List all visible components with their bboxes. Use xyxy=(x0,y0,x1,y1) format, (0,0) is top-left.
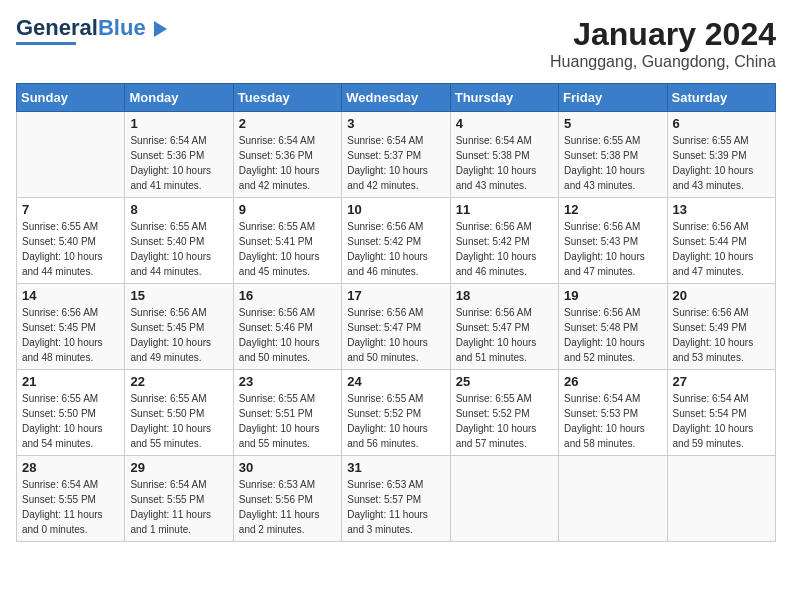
day-cell: 28Sunrise: 6:54 AMSunset: 5:55 PMDayligh… xyxy=(17,456,125,542)
day-number: 18 xyxy=(456,288,553,303)
header-cell-sunday: Sunday xyxy=(17,84,125,112)
day-cell: 15Sunrise: 6:56 AMSunset: 5:45 PMDayligh… xyxy=(125,284,233,370)
day-number: 17 xyxy=(347,288,444,303)
day-cell: 7Sunrise: 6:55 AMSunset: 5:40 PMDaylight… xyxy=(17,198,125,284)
logo-blue: Blue xyxy=(98,15,146,40)
header-cell-wednesday: Wednesday xyxy=(342,84,450,112)
day-number: 7 xyxy=(22,202,119,217)
day-cell: 26Sunrise: 6:54 AMSunset: 5:53 PMDayligh… xyxy=(559,370,667,456)
day-cell: 22Sunrise: 6:55 AMSunset: 5:50 PMDayligh… xyxy=(125,370,233,456)
day-cell: 18Sunrise: 6:56 AMSunset: 5:47 PMDayligh… xyxy=(450,284,558,370)
day-cell: 12Sunrise: 6:56 AMSunset: 5:43 PMDayligh… xyxy=(559,198,667,284)
logo-line xyxy=(16,42,76,45)
day-cell: 25Sunrise: 6:55 AMSunset: 5:52 PMDayligh… xyxy=(450,370,558,456)
day-cell: 29Sunrise: 6:54 AMSunset: 5:55 PMDayligh… xyxy=(125,456,233,542)
day-info: Sunrise: 6:56 AMSunset: 5:43 PMDaylight:… xyxy=(564,219,661,279)
day-cell: 21Sunrise: 6:55 AMSunset: 5:50 PMDayligh… xyxy=(17,370,125,456)
day-cell: 23Sunrise: 6:55 AMSunset: 5:51 PMDayligh… xyxy=(233,370,341,456)
day-cell: 9Sunrise: 6:55 AMSunset: 5:41 PMDaylight… xyxy=(233,198,341,284)
week-row-3: 14Sunrise: 6:56 AMSunset: 5:45 PMDayligh… xyxy=(17,284,776,370)
day-cell: 6Sunrise: 6:55 AMSunset: 5:39 PMDaylight… xyxy=(667,112,775,198)
day-info: Sunrise: 6:55 AMSunset: 5:50 PMDaylight:… xyxy=(22,391,119,451)
page-header: GeneralBlue January 2024 Huanggang, Guan… xyxy=(16,16,776,71)
day-number: 25 xyxy=(456,374,553,389)
day-number: 14 xyxy=(22,288,119,303)
header-cell-friday: Friday xyxy=(559,84,667,112)
day-cell: 20Sunrise: 6:56 AMSunset: 5:49 PMDayligh… xyxy=(667,284,775,370)
day-info: Sunrise: 6:56 AMSunset: 5:48 PMDaylight:… xyxy=(564,305,661,365)
day-cell: 17Sunrise: 6:56 AMSunset: 5:47 PMDayligh… xyxy=(342,284,450,370)
day-info: Sunrise: 6:54 AMSunset: 5:54 PMDaylight:… xyxy=(673,391,770,451)
day-cell: 4Sunrise: 6:54 AMSunset: 5:38 PMDaylight… xyxy=(450,112,558,198)
day-info: Sunrise: 6:54 AMSunset: 5:53 PMDaylight:… xyxy=(564,391,661,451)
day-cell xyxy=(559,456,667,542)
day-info: Sunrise: 6:55 AMSunset: 5:38 PMDaylight:… xyxy=(564,133,661,193)
day-info: Sunrise: 6:56 AMSunset: 5:45 PMDaylight:… xyxy=(22,305,119,365)
day-cell: 11Sunrise: 6:56 AMSunset: 5:42 PMDayligh… xyxy=(450,198,558,284)
day-number: 29 xyxy=(130,460,227,475)
day-cell: 14Sunrise: 6:56 AMSunset: 5:45 PMDayligh… xyxy=(17,284,125,370)
day-info: Sunrise: 6:56 AMSunset: 5:45 PMDaylight:… xyxy=(130,305,227,365)
day-number: 28 xyxy=(22,460,119,475)
day-info: Sunrise: 6:54 AMSunset: 5:38 PMDaylight:… xyxy=(456,133,553,193)
day-cell: 27Sunrise: 6:54 AMSunset: 5:54 PMDayligh… xyxy=(667,370,775,456)
day-number: 20 xyxy=(673,288,770,303)
day-number: 4 xyxy=(456,116,553,131)
day-number: 31 xyxy=(347,460,444,475)
day-info: Sunrise: 6:54 AMSunset: 5:36 PMDaylight:… xyxy=(130,133,227,193)
day-info: Sunrise: 6:55 AMSunset: 5:40 PMDaylight:… xyxy=(22,219,119,279)
day-cell xyxy=(17,112,125,198)
day-info: Sunrise: 6:55 AMSunset: 5:52 PMDaylight:… xyxy=(347,391,444,451)
day-cell: 10Sunrise: 6:56 AMSunset: 5:42 PMDayligh… xyxy=(342,198,450,284)
day-number: 8 xyxy=(130,202,227,217)
day-info: Sunrise: 6:55 AMSunset: 5:41 PMDaylight:… xyxy=(239,219,336,279)
page-subtitle: Huanggang, Guangdong, China xyxy=(550,53,776,71)
day-number: 11 xyxy=(456,202,553,217)
calendar-table: SundayMondayTuesdayWednesdayThursdayFrid… xyxy=(16,83,776,542)
day-number: 15 xyxy=(130,288,227,303)
day-info: Sunrise: 6:56 AMSunset: 5:44 PMDaylight:… xyxy=(673,219,770,279)
day-number: 21 xyxy=(22,374,119,389)
day-info: Sunrise: 6:54 AMSunset: 5:36 PMDaylight:… xyxy=(239,133,336,193)
day-cell: 1Sunrise: 6:54 AMSunset: 5:36 PMDaylight… xyxy=(125,112,233,198)
day-cell: 13Sunrise: 6:56 AMSunset: 5:44 PMDayligh… xyxy=(667,198,775,284)
day-number: 24 xyxy=(347,374,444,389)
day-info: Sunrise: 6:56 AMSunset: 5:42 PMDaylight:… xyxy=(456,219,553,279)
day-info: Sunrise: 6:55 AMSunset: 5:50 PMDaylight:… xyxy=(130,391,227,451)
day-number: 16 xyxy=(239,288,336,303)
day-number: 13 xyxy=(673,202,770,217)
week-row-2: 7Sunrise: 6:55 AMSunset: 5:40 PMDaylight… xyxy=(17,198,776,284)
day-cell xyxy=(450,456,558,542)
day-info: Sunrise: 6:55 AMSunset: 5:39 PMDaylight:… xyxy=(673,133,770,193)
day-info: Sunrise: 6:56 AMSunset: 5:49 PMDaylight:… xyxy=(673,305,770,365)
day-info: Sunrise: 6:54 AMSunset: 5:55 PMDaylight:… xyxy=(130,477,227,537)
day-cell: 24Sunrise: 6:55 AMSunset: 5:52 PMDayligh… xyxy=(342,370,450,456)
title-block: January 2024 Huanggang, Guangdong, China xyxy=(550,16,776,71)
header-cell-tuesday: Tuesday xyxy=(233,84,341,112)
day-cell: 5Sunrise: 6:55 AMSunset: 5:38 PMDaylight… xyxy=(559,112,667,198)
day-number: 2 xyxy=(239,116,336,131)
day-info: Sunrise: 6:54 AMSunset: 5:37 PMDaylight:… xyxy=(347,133,444,193)
day-cell: 31Sunrise: 6:53 AMSunset: 5:57 PMDayligh… xyxy=(342,456,450,542)
day-number: 3 xyxy=(347,116,444,131)
day-info: Sunrise: 6:56 AMSunset: 5:47 PMDaylight:… xyxy=(347,305,444,365)
day-info: Sunrise: 6:55 AMSunset: 5:51 PMDaylight:… xyxy=(239,391,336,451)
day-info: Sunrise: 6:56 AMSunset: 5:47 PMDaylight:… xyxy=(456,305,553,365)
day-cell: 30Sunrise: 6:53 AMSunset: 5:56 PMDayligh… xyxy=(233,456,341,542)
day-number: 1 xyxy=(130,116,227,131)
day-info: Sunrise: 6:56 AMSunset: 5:46 PMDaylight:… xyxy=(239,305,336,365)
day-cell: 16Sunrise: 6:56 AMSunset: 5:46 PMDayligh… xyxy=(233,284,341,370)
logo: GeneralBlue xyxy=(16,16,167,45)
day-info: Sunrise: 6:56 AMSunset: 5:42 PMDaylight:… xyxy=(347,219,444,279)
day-cell: 3Sunrise: 6:54 AMSunset: 5:37 PMDaylight… xyxy=(342,112,450,198)
day-info: Sunrise: 6:53 AMSunset: 5:56 PMDaylight:… xyxy=(239,477,336,537)
day-info: Sunrise: 6:54 AMSunset: 5:55 PMDaylight:… xyxy=(22,477,119,537)
week-row-1: 1Sunrise: 6:54 AMSunset: 5:36 PMDaylight… xyxy=(17,112,776,198)
week-row-4: 21Sunrise: 6:55 AMSunset: 5:50 PMDayligh… xyxy=(17,370,776,456)
day-info: Sunrise: 6:55 AMSunset: 5:40 PMDaylight:… xyxy=(130,219,227,279)
logo-general: General xyxy=(16,15,98,40)
day-number: 26 xyxy=(564,374,661,389)
day-number: 22 xyxy=(130,374,227,389)
day-info: Sunrise: 6:53 AMSunset: 5:57 PMDaylight:… xyxy=(347,477,444,537)
day-number: 19 xyxy=(564,288,661,303)
